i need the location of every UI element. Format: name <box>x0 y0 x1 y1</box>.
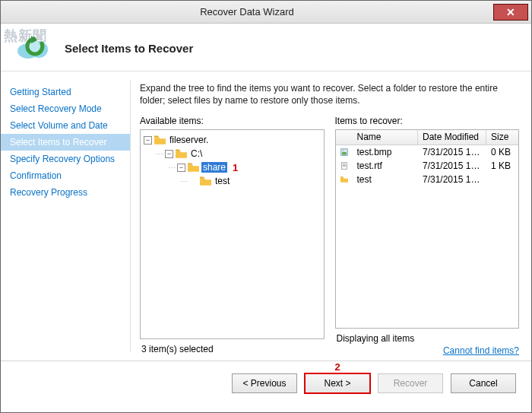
wizard-body: Getting Started Select Recovery Mode Sel… <box>1 71 531 361</box>
window-title: Recover Data Wizard <box>1 6 493 17</box>
expander-icon[interactable]: − <box>144 136 152 145</box>
tree-line: ⋯ <box>180 177 187 186</box>
tree-line: ⋯ <box>156 150 163 158</box>
bmp-file-icon <box>336 147 353 157</box>
wizard-footer: < Previous 2 Next > Recover Cancel <box>1 361 531 393</box>
items-to-recover-pane: Items to recover: Name Date Modified Siz… <box>335 116 520 356</box>
cannot-find-items-link[interactable]: Cannot find items? <box>335 345 520 356</box>
cloud-recover-icon <box>14 34 51 62</box>
rtf-file-icon <box>336 160 353 171</box>
folder-icon <box>154 135 166 145</box>
grid-row[interactable]: test.rtf 7/31/2015 12:1... 1 KB <box>336 159 519 173</box>
tree-line: ⋯ <box>168 164 175 172</box>
folder-icon <box>188 163 199 172</box>
close-button[interactable]: ✕ <box>493 4 528 21</box>
annotation-1: 1 <box>233 162 238 173</box>
folder-icon <box>336 175 353 184</box>
expander-icon[interactable]: − <box>177 164 185 172</box>
grid-header[interactable]: Name Date Modified Size <box>336 130 519 145</box>
step-recovery-progress[interactable]: Recovery Progress <box>1 184 130 201</box>
cell-date: 7/31/2015 12:1... <box>418 147 486 157</box>
cell-name: test.rtf <box>353 160 419 171</box>
tree-node-drive[interactable]: ⋯ − C:\ <box>156 147 321 160</box>
previous-button[interactable]: < Previous <box>232 373 297 393</box>
tree-node-test[interactable]: ⋯ test <box>180 174 321 188</box>
svg-rect-7 <box>341 163 347 170</box>
available-items-pane: Available items: − fileserver. ⋯ − C:\ <box>140 116 325 356</box>
column-size[interactable]: Size <box>486 130 518 145</box>
cell-size: 1 KB <box>486 160 518 171</box>
page-title: Select Items to Recover <box>65 42 193 55</box>
svg-rect-5 <box>342 152 347 155</box>
tree-label: fileserver. <box>168 135 210 145</box>
tree-node-share[interactable]: ⋯ − share 1 <box>168 160 321 174</box>
title-bar: Recover Data Wizard ✕ <box>1 1 531 24</box>
items-to-recover-grid[interactable]: Name Date Modified Size test.bmp 7/31/20… <box>335 129 520 329</box>
available-items-label: Available items: <box>140 116 325 126</box>
tree-spacer <box>189 177 198 186</box>
step-select-recovery-mode[interactable]: Select Recovery Mode <box>1 100 130 117</box>
grid-row[interactable]: test 7/31/2015 12:1... <box>336 173 519 186</box>
folder-icon <box>200 176 211 186</box>
cell-name: test.bmp <box>353 147 419 157</box>
cancel-button[interactable]: Cancel <box>451 373 516 393</box>
cell-date: 7/31/2015 12:1... <box>418 160 486 171</box>
folder-icon <box>176 149 187 158</box>
column-date-modified[interactable]: Date Modified <box>418 130 486 145</box>
annotation-2: 2 <box>334 361 340 373</box>
svg-point-6 <box>342 150 344 151</box>
cell-size: 0 KB <box>486 147 518 157</box>
column-name[interactable]: Name <box>353 130 419 145</box>
wizard-header: Select Items to Recover <box>1 24 531 71</box>
selected-count-status: 3 item(s) selected <box>141 344 323 354</box>
recover-button: Recover <box>378 373 443 393</box>
items-to-recover-label: Items to recover: <box>335 116 520 126</box>
main-panel: Expand the tree to find the items you wa… <box>131 71 531 361</box>
cell-date: 7/31/2015 12:1... <box>418 174 486 185</box>
tree-label-selected: share <box>201 162 227 173</box>
step-specify-recovery-options[interactable]: Specify Recovery Options <box>1 151 130 167</box>
step-select-volume-date[interactable]: Select Volume and Date <box>1 117 130 134</box>
step-getting-started[interactable]: Getting Started <box>1 84 130 100</box>
step-select-items[interactable]: Select Items to Recover <box>1 134 130 151</box>
available-items-tree[interactable]: − fileserver. ⋯ − C:\ ⋯ − <box>140 129 325 339</box>
instructions-text: Expand the tree to find the items you wa… <box>140 82 519 106</box>
wizard-steps-sidebar: Getting Started Select Recovery Mode Sel… <box>1 71 130 361</box>
display-status: Displaying all items <box>337 333 518 344</box>
next-button[interactable]: Next > <box>305 373 370 393</box>
expander-icon[interactable]: − <box>165 150 173 158</box>
grid-row[interactable]: test.bmp 7/31/2015 12:1... 0 KB <box>336 145 519 159</box>
tree-label: C:\ <box>189 148 204 159</box>
cell-name: test <box>353 174 419 185</box>
close-icon: ✕ <box>506 6 515 18</box>
tree-label: test <box>214 176 231 186</box>
step-confirmation[interactable]: Confirmation <box>1 167 130 184</box>
tree-node-root[interactable]: − fileserver. <box>144 133 321 147</box>
